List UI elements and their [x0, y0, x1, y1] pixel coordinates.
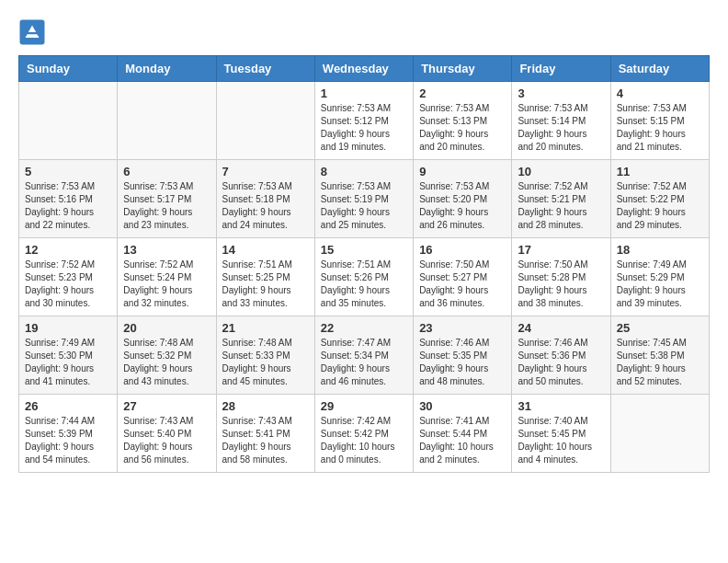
day-number: 21: [222, 321, 309, 335]
day-number: 4: [617, 86, 703, 100]
calendar-cell: 25Sunrise: 7:45 AM Sunset: 5:38 PM Dayli…: [610, 316, 709, 395]
calendar-cell: 23Sunrise: 7:46 AM Sunset: 5:35 PM Dayli…: [414, 316, 512, 395]
day-info: Sunrise: 7:53 AM Sunset: 5:12 PM Dayligh…: [321, 102, 407, 154]
calendar-table: SundayMondayTuesdayWednesdayThursdayFrid…: [18, 55, 710, 473]
day-number: 19: [25, 321, 111, 335]
calendar-cell: 13Sunrise: 7:52 AM Sunset: 5:24 PM Dayli…: [118, 238, 216, 316]
day-number: 26: [25, 399, 111, 413]
day-number: 28: [222, 399, 309, 413]
day-number: 5: [25, 165, 111, 178]
day-info: Sunrise: 7:53 AM Sunset: 5:15 PM Dayligh…: [617, 102, 703, 154]
day-info: Sunrise: 7:52 AM Sunset: 5:23 PM Dayligh…: [25, 259, 111, 310]
calendar-cell: 1Sunrise: 7:53 AM Sunset: 5:12 PM Daylig…: [314, 82, 413, 160]
calendar-week-row: 19Sunrise: 7:49 AM Sunset: 5:30 PM Dayli…: [19, 316, 710, 395]
calendar-cell: 4Sunrise: 7:53 AM Sunset: 5:15 PM Daylig…: [610, 82, 709, 160]
day-info: Sunrise: 7:46 AM Sunset: 5:36 PM Dayligh…: [518, 337, 604, 388]
day-number: 16: [419, 243, 506, 257]
day-info: Sunrise: 7:44 AM Sunset: 5:39 PM Dayligh…: [25, 415, 111, 466]
calendar-cell: 7Sunrise: 7:53 AM Sunset: 5:18 PM Daylig…: [216, 160, 314, 238]
day-number: 2: [419, 86, 506, 100]
day-number: 13: [123, 243, 210, 257]
day-info: Sunrise: 7:52 AM Sunset: 5:21 PM Dayligh…: [518, 180, 604, 232]
day-number: 18: [617, 243, 703, 257]
day-number: 9: [419, 165, 506, 178]
calendar-cell: 8Sunrise: 7:53 AM Sunset: 5:19 PM Daylig…: [314, 160, 413, 238]
day-info: Sunrise: 7:46 AM Sunset: 5:35 PM Dayligh…: [419, 337, 506, 388]
day-number: 3: [518, 86, 604, 100]
weekday-header: Monday: [118, 56, 216, 82]
calendar-cell: [19, 82, 118, 160]
day-number: 17: [518, 243, 604, 257]
calendar-cell: 18Sunrise: 7:49 AM Sunset: 5:29 PM Dayli…: [610, 238, 709, 316]
weekday-header: Friday: [512, 56, 610, 82]
day-info: Sunrise: 7:53 AM Sunset: 5:13 PM Dayligh…: [419, 102, 506, 154]
calendar-cell: 5Sunrise: 7:53 AM Sunset: 5:16 PM Daylig…: [19, 160, 118, 238]
logo: [18, 18, 48, 46]
weekday-header: Saturday: [610, 56, 709, 82]
weekday-header: Wednesday: [314, 56, 413, 82]
calendar-cell: 6Sunrise: 7:53 AM Sunset: 5:17 PM Daylig…: [118, 160, 216, 238]
day-number: 23: [419, 321, 506, 335]
calendar-cell: [610, 395, 709, 473]
calendar-cell: 20Sunrise: 7:48 AM Sunset: 5:32 PM Dayli…: [118, 316, 216, 395]
logo-icon: [18, 18, 46, 46]
day-info: Sunrise: 7:50 AM Sunset: 5:27 PM Dayligh…: [419, 259, 506, 310]
page-header: [18, 18, 710, 46]
svg-rect-2: [27, 32, 38, 34]
day-info: Sunrise: 7:42 AM Sunset: 5:42 PM Dayligh…: [321, 415, 407, 466]
day-info: Sunrise: 7:48 AM Sunset: 5:32 PM Dayligh…: [123, 337, 210, 388]
calendar-body: 1Sunrise: 7:53 AM Sunset: 5:12 PM Daylig…: [19, 82, 710, 473]
calendar-cell: 27Sunrise: 7:43 AM Sunset: 5:40 PM Dayli…: [118, 395, 216, 473]
calendar-cell: 22Sunrise: 7:47 AM Sunset: 5:34 PM Dayli…: [314, 316, 413, 395]
calendar-cell: 29Sunrise: 7:42 AM Sunset: 5:42 PM Dayli…: [314, 395, 413, 473]
weekday-header: Sunday: [19, 56, 118, 82]
calendar-cell: 14Sunrise: 7:51 AM Sunset: 5:25 PM Dayli…: [216, 238, 314, 316]
calendar-cell: [216, 82, 314, 160]
day-info: Sunrise: 7:43 AM Sunset: 5:40 PM Dayligh…: [123, 415, 210, 466]
day-info: Sunrise: 7:53 AM Sunset: 5:17 PM Dayligh…: [123, 180, 210, 232]
day-info: Sunrise: 7:50 AM Sunset: 5:28 PM Dayligh…: [518, 259, 604, 310]
calendar-week-row: 12Sunrise: 7:52 AM Sunset: 5:23 PM Dayli…: [19, 238, 710, 316]
calendar-cell: 15Sunrise: 7:51 AM Sunset: 5:26 PM Dayli…: [314, 238, 413, 316]
day-number: 7: [222, 165, 309, 178]
day-info: Sunrise: 7:52 AM Sunset: 5:22 PM Dayligh…: [617, 180, 703, 232]
calendar-cell: 2Sunrise: 7:53 AM Sunset: 5:13 PM Daylig…: [414, 82, 512, 160]
day-info: Sunrise: 7:51 AM Sunset: 5:25 PM Dayligh…: [222, 259, 309, 310]
calendar-cell: [118, 82, 216, 160]
day-number: 22: [321, 321, 407, 335]
day-info: Sunrise: 7:49 AM Sunset: 5:30 PM Dayligh…: [25, 337, 111, 388]
day-number: 1: [321, 86, 407, 100]
calendar-cell: 3Sunrise: 7:53 AM Sunset: 5:14 PM Daylig…: [512, 82, 610, 160]
calendar-cell: 26Sunrise: 7:44 AM Sunset: 5:39 PM Dayli…: [19, 395, 118, 473]
day-number: 12: [25, 243, 111, 257]
calendar-cell: 16Sunrise: 7:50 AM Sunset: 5:27 PM Dayli…: [414, 238, 512, 316]
day-info: Sunrise: 7:52 AM Sunset: 5:24 PM Dayligh…: [123, 259, 210, 310]
calendar-cell: 11Sunrise: 7:52 AM Sunset: 5:22 PM Dayli…: [610, 160, 709, 238]
calendar-header: SundayMondayTuesdayWednesdayThursdayFrid…: [19, 56, 710, 82]
day-number: 14: [222, 243, 309, 257]
day-info: Sunrise: 7:53 AM Sunset: 5:18 PM Dayligh…: [222, 180, 309, 232]
day-number: 11: [617, 165, 703, 178]
day-info: Sunrise: 7:47 AM Sunset: 5:34 PM Dayligh…: [321, 337, 407, 388]
calendar-cell: 17Sunrise: 7:50 AM Sunset: 5:28 PM Dayli…: [512, 238, 610, 316]
calendar-cell: 10Sunrise: 7:52 AM Sunset: 5:21 PM Dayli…: [512, 160, 610, 238]
day-info: Sunrise: 7:40 AM Sunset: 5:45 PM Dayligh…: [518, 415, 604, 466]
day-number: 15: [321, 243, 407, 257]
day-number: 25: [617, 321, 703, 335]
day-number: 31: [518, 399, 604, 413]
day-info: Sunrise: 7:41 AM Sunset: 5:44 PM Dayligh…: [419, 415, 506, 466]
weekday-header: Thursday: [414, 56, 512, 82]
day-info: Sunrise: 7:45 AM Sunset: 5:38 PM Dayligh…: [617, 337, 703, 388]
calendar-week-row: 1Sunrise: 7:53 AM Sunset: 5:12 PM Daylig…: [19, 82, 710, 160]
day-info: Sunrise: 7:53 AM Sunset: 5:14 PM Dayligh…: [518, 102, 604, 154]
calendar-cell: 12Sunrise: 7:52 AM Sunset: 5:23 PM Dayli…: [19, 238, 118, 316]
day-number: 10: [518, 165, 604, 178]
day-info: Sunrise: 7:51 AM Sunset: 5:26 PM Dayligh…: [321, 259, 407, 310]
day-info: Sunrise: 7:49 AM Sunset: 5:29 PM Dayligh…: [617, 259, 703, 310]
calendar-week-row: 26Sunrise: 7:44 AM Sunset: 5:39 PM Dayli…: [19, 395, 710, 473]
day-info: Sunrise: 7:48 AM Sunset: 5:33 PM Dayligh…: [222, 337, 309, 388]
day-info: Sunrise: 7:43 AM Sunset: 5:41 PM Dayligh…: [222, 415, 309, 466]
day-info: Sunrise: 7:53 AM Sunset: 5:19 PM Dayligh…: [321, 180, 407, 232]
calendar-cell: 19Sunrise: 7:49 AM Sunset: 5:30 PM Dayli…: [19, 316, 118, 395]
calendar-cell: 28Sunrise: 7:43 AM Sunset: 5:41 PM Dayli…: [216, 395, 314, 473]
